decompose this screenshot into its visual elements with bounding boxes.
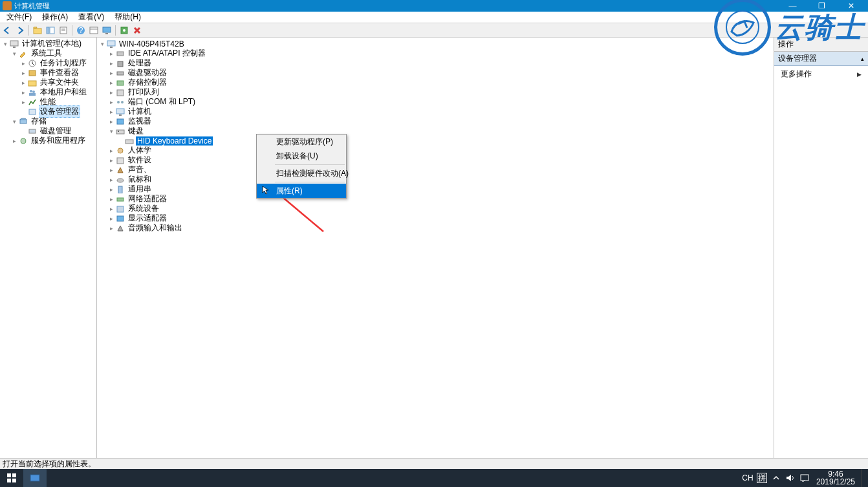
expand-icon[interactable]: ▸ <box>19 99 27 105</box>
expand-icon[interactable]: ▸ <box>19 60 27 67</box>
ctx-update-driver[interactable]: 更新驱动程序(P) <box>257 135 346 149</box>
clock-icon <box>27 59 38 68</box>
expand-icon[interactable]: ▸ <box>107 60 115 67</box>
expand-icon[interactable]: ▸ <box>107 147 115 154</box>
tree-root-computer-management[interactable]: ▾ 计算机管理(本地) <box>1 39 95 49</box>
tree-local-users[interactable]: ▸本地用户和组 <box>19 87 95 97</box>
collapse-icon[interactable]: ▾ <box>10 118 18 125</box>
svg-rect-32 <box>117 72 124 75</box>
device-category[interactable]: ▸IDE ATA/ATAPI 控制器 <box>107 49 772 58</box>
device-category[interactable]: ▸音频输入和输出 <box>107 223 772 233</box>
expand-icon[interactable]: ▸ <box>107 186 115 193</box>
collapse-icon[interactable]: ▾ <box>1 41 9 47</box>
folder-up-button[interactable] <box>32 25 43 36</box>
show-desktop-button[interactable] <box>862 469 865 487</box>
device-category[interactable]: ▾键盘 <box>107 126 772 136</box>
monitor-button[interactable] <box>101 25 113 36</box>
services-icon <box>18 136 28 146</box>
expand-icon[interactable]: ▸ <box>107 225 115 232</box>
expand-icon[interactable]: ▸ <box>19 89 27 96</box>
expand-icon[interactable]: ▸ <box>19 80 27 86</box>
tree-device-manager[interactable]: ▸设备管理器 <box>19 107 95 116</box>
device-category[interactable]: ▸系统设备 <box>107 204 772 213</box>
menu-action[interactable]: 操作(A) <box>37 10 73 24</box>
expand-icon[interactable]: ▸ <box>107 80 115 86</box>
tray-chevron-up-icon[interactable] <box>771 473 781 483</box>
device-button[interactable] <box>118 25 130 36</box>
expand-icon[interactable]: ▸ <box>107 99 115 105</box>
tree-task-scheduler[interactable]: ▸任务计划程序 <box>19 58 95 68</box>
device-category[interactable]: ▸打印队列 <box>107 87 772 97</box>
collapse-icon[interactable]: ▴ <box>861 56 864 62</box>
actions-more[interactable]: 更多操作 ▶ <box>774 66 868 82</box>
expand-icon[interactable]: ▸ <box>107 50 115 57</box>
expand-icon[interactable]: ▸ <box>107 177 115 183</box>
expand-icon[interactable]: ▸ <box>107 109 115 115</box>
window-title: 计算机管理 <box>14 1 778 11</box>
device-root[interactable]: ▾ WIN-405P4I5T42B <box>98 39 772 49</box>
start-button[interactable] <box>0 469 23 487</box>
tray-volume-icon[interactable] <box>785 473 796 483</box>
svg-rect-48 <box>117 206 124 212</box>
tray-clock[interactable]: 9:46 2019/12/25 <box>814 470 858 486</box>
menu-help[interactable]: 帮助(H) <box>109 10 146 24</box>
tree-event-viewer[interactable]: ▸事件查看器 <box>19 68 95 78</box>
actions-group-device-manager[interactable]: 设备管理器 ▴ <box>774 52 868 66</box>
help-button[interactable]: ? <box>75 25 87 36</box>
svg-rect-49 <box>117 216 124 221</box>
tree-storage[interactable]: ▾ 存储 <box>10 116 95 126</box>
users-icon <box>27 88 38 97</box>
ctx-scan-hardware[interactable]: 扫描检测硬件改动(A) <box>257 166 346 180</box>
properties-button[interactable] <box>58 25 69 36</box>
device-category[interactable]: ▸通用串 <box>107 184 772 194</box>
device-category[interactable]: ▸存储控制器 <box>107 78 772 87</box>
device-item-hid-keyboard[interactable]: ▸HID Keyboard Device <box>116 136 772 146</box>
collapse-icon[interactable]: ▾ <box>98 41 106 47</box>
show-tree-button[interactable] <box>45 25 56 36</box>
svg-rect-44 <box>117 158 124 164</box>
expand-icon[interactable]: ▾ <box>107 128 115 135</box>
device-category[interactable]: ▸显示适配器 <box>107 213 772 223</box>
expand-icon[interactable]: ▸ <box>107 70 115 76</box>
minimize-button[interactable]: — <box>778 0 807 12</box>
expand-icon[interactable]: ▸ <box>10 138 18 144</box>
tray-ime-lang[interactable]: CH <box>743 473 753 483</box>
menu-view[interactable]: 查看(V) <box>73 10 109 24</box>
device-category[interactable]: ▸人体学 <box>107 146 772 155</box>
delete-button[interactable] <box>131 25 143 36</box>
expand-icon[interactable]: ▸ <box>107 215 115 222</box>
expand-icon[interactable]: ▸ <box>107 196 115 202</box>
expand-icon[interactable]: ▸ <box>107 206 115 212</box>
ctx-properties[interactable]: 属性(R) <box>257 184 346 198</box>
device-category[interactable]: ▸网络适配器 <box>107 194 772 204</box>
refresh-button[interactable] <box>88 25 100 36</box>
expand-icon[interactable]: ▸ <box>107 167 115 173</box>
tree-system-tools[interactable]: ▾ 系统工具 <box>10 49 95 58</box>
back-button[interactable] <box>1 25 13 36</box>
menu-file[interactable]: 文件(F) <box>1 10 37 24</box>
expand-icon[interactable]: ▸ <box>19 70 27 76</box>
device-category[interactable]: ▸监视器 <box>107 116 772 126</box>
tree-disk-management[interactable]: ▸磁盘管理 <box>19 126 95 136</box>
taskbar-app[interactable] <box>23 469 47 487</box>
device-category[interactable]: ▸软件设 <box>107 155 772 165</box>
maximize-button[interactable]: ❐ <box>807 0 836 12</box>
collapse-icon[interactable]: ▾ <box>10 50 18 57</box>
expand-icon[interactable]: ▸ <box>107 89 115 96</box>
tray-notifications-icon[interactable] <box>799 473 810 483</box>
tree-shared-folders[interactable]: ▸共享文件夹 <box>19 78 95 87</box>
device-category[interactable]: ▸计算机 <box>107 107 772 116</box>
expand-icon[interactable]: ▸ <box>107 157 115 164</box>
device-tree-pane: ▾ WIN-405P4I5T42B ▸IDE ATA/ATAPI 控制器▸处理器… <box>97 38 774 458</box>
device-category[interactable]: ▸鼠标和 <box>107 175 772 184</box>
device-category[interactable]: ▸端口 (COM 和 LPT) <box>107 97 772 107</box>
ctx-uninstall[interactable]: 卸载设备(U) <box>257 149 346 163</box>
forward-button[interactable] <box>14 25 26 36</box>
device-category[interactable]: ▸磁盘驱动器 <box>107 68 772 78</box>
device-category[interactable]: ▸处理器 <box>107 58 772 68</box>
expand-icon[interactable]: ▸ <box>107 118 115 125</box>
tray-ime-mode[interactable]: 拼 <box>757 473 767 483</box>
device-category[interactable]: ▸声音、 <box>107 165 772 175</box>
close-button[interactable]: ✕ <box>836 0 865 12</box>
tree-services-apps[interactable]: ▸ 服务和应用程序 <box>10 136 95 146</box>
